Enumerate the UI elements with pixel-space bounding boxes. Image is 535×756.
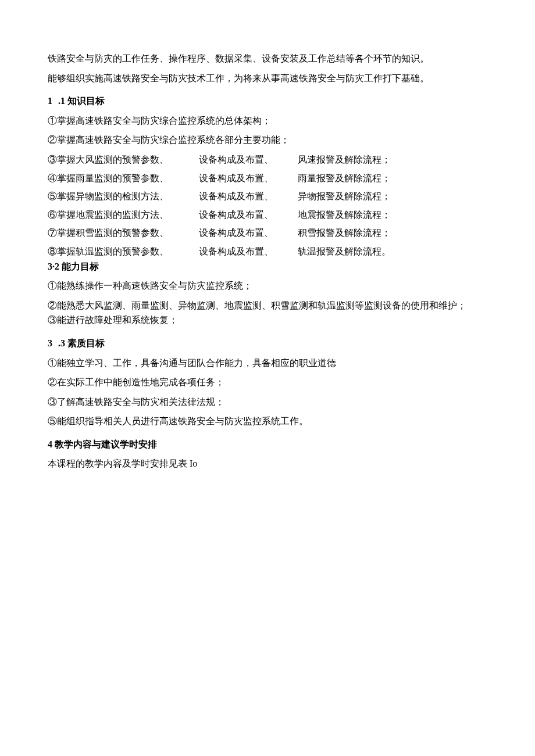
ability-item-2: ②能熟悉大风监测、雨量监测、异物监测、地震监测、积雪监测和轨温监测等监测设备的使… <box>48 300 466 310</box>
knowledge-table: ③掌握大风监测的预警参数、 设备构成及布置、 风速报警及解除流程； ④掌握雨量监… <box>48 152 506 274</box>
cell-mid: 设备构成及布置、 <box>199 189 298 204</box>
knowledge-item-1: ①掌握高速铁路安全与防灾综合监控系统的总体架构； <box>29 113 506 128</box>
document-page: 铁路安全与防灾的工作任务、操作程序、数据采集、设备安装及工作总结等各个环节的知识… <box>0 0 535 756</box>
cell-mid: 设备构成及布置、 <box>199 207 298 223</box>
heading-teaching: 4 教学内容与建议学时安排 <box>29 437 506 452</box>
cell-right: 积雪报警及解除流程； <box>298 225 506 241</box>
cell-right: 风速报警及解除流程； <box>298 152 506 167</box>
cell-mid: 设备构成及布置、 <box>199 225 298 241</box>
table-row: ⑦掌握积雪监测的预警参数、 设备构成及布置、 积雪报警及解除流程； <box>48 225 506 241</box>
cell-right: 轨温报警及解除流程。 <box>298 244 506 259</box>
heading-text: 4 教学内容与建议学时安排 <box>48 439 157 449</box>
cell-right: 雨量报警及解除流程； <box>298 171 506 186</box>
cell-left: ⑥掌握地震监测的监测方法、 <box>48 207 199 223</box>
teaching-paragraph: 本课程的教学内容及学时安排见表 Io <box>29 456 506 471</box>
cell-left: ③掌握大风监测的预警参数、 <box>48 152 199 167</box>
cell-right: 地震报警及解除流程； <box>298 207 506 223</box>
table-row: ⑥掌握地震监测的监测方法、 设备构成及布置、 地震报警及解除流程； <box>48 207 506 223</box>
heading-number: 3 <box>48 338 52 348</box>
intro-paragraph-2: 能够组织实施高速铁路安全与防灾技术工作，为将来从事高速铁路安全与防灾工作打下基础… <box>29 71 506 86</box>
quality-item-5: ⑤能组织指导相关人员进行高速铁路安全与防灾监控系统工作。 <box>29 414 506 429</box>
heading-number: 1 <box>48 96 52 106</box>
cell-mid: 设备构成及布置、 <box>199 171 298 186</box>
ability-item-3: ③能进行故障处理和系统恢复； <box>29 313 506 328</box>
heading-quality: 3 .3 素质目标 <box>29 336 506 351</box>
heading-text: .3 素质目标 <box>56 338 105 348</box>
cell-left: ⑦掌握积雪监测的预警参数、 <box>48 225 199 241</box>
knowledge-item-2: ②掌握高速铁路安全与防灾综合监控系统各部分主要功能； <box>29 132 506 148</box>
heading-ability-inline: 3·2 能力目标 <box>48 259 199 274</box>
cell-left-stack: ⑧掌握轨温监测的预警参数、 3·2 能力目标 <box>48 244 199 274</box>
intro-paragraph-1: 铁路安全与防灾的工作任务、操作程序、数据采集、设备安装及工作总结等各个环节的知识… <box>29 51 506 66</box>
table-row-merged: ⑧掌握轨温监测的预警参数、 3·2 能力目标 设备构成及布置、 轨温报警及解除流… <box>48 244 506 274</box>
heading-knowledge: 1 .1 知识目标 <box>29 94 506 109</box>
heading-text: .1 知识目标 <box>56 96 105 106</box>
quality-item-2: ②在实际工作中能创造性地完成各项任务； <box>29 375 506 390</box>
quality-item-3: ③了解高速铁路安全与防灾相关法律法规； <box>29 395 506 410</box>
quality-item-1: ①能独立学习、工作，具备沟通与团队合作能力，具备相应的职业道德 <box>29 356 506 371</box>
table-row: ⑤掌握异物监测的检测方法、 设备构成及布置、 异物报警及解除流程； <box>48 189 506 204</box>
table-row: ④掌握雨量监测的预警参数、 设备构成及布置、 雨量报警及解除流程； <box>48 171 506 186</box>
cell-right: 异物报警及解除流程； <box>298 189 506 204</box>
cell-left: ⑤掌握异物监测的检测方法、 <box>48 189 199 204</box>
ability-item-1: ①能熟练操作一种高速铁路安全与防灾监控系统； <box>29 278 506 293</box>
table-row: ③掌握大风监测的预警参数、 设备构成及布置、 风速报警及解除流程； <box>48 152 506 167</box>
cell-left: ⑧掌握轨温监测的预警参数、 <box>48 244 199 259</box>
cell-left: ④掌握雨量监测的预警参数、 <box>48 171 199 186</box>
cell-mid: 设备构成及布置、 <box>199 152 298 167</box>
ability-item-2-wrap: ②能熟悉大风监测、雨量监测、异物监测、地震监测、积雪监测和轨温监测等监测设备的使… <box>29 298 506 313</box>
cell-mid: 设备构成及布置、 <box>199 244 298 259</box>
